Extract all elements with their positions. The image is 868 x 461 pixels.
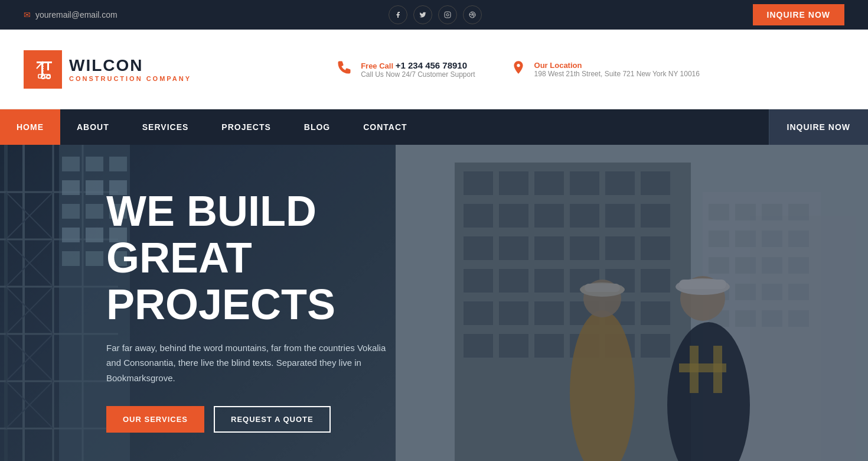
mail-icon: ✉ bbox=[24, 10, 31, 20]
inquire-btn-topbar[interactable]: INQUIRE NOW bbox=[753, 4, 844, 25]
services-button[interactable]: OUR SERVICES bbox=[106, 406, 204, 433]
location-info: Our Location 198 West 21th Street, Suite… bbox=[511, 60, 700, 79]
location-icon bbox=[511, 60, 526, 79]
nav-inquire-btn[interactable]: INQUIRE NOW bbox=[769, 109, 868, 145]
email-text: youremail@email.com bbox=[35, 10, 118, 20]
nav-item-projects[interactable]: PROJECTS bbox=[205, 109, 287, 145]
hero-section: WE BUILD GREAT PROJECTS Far far away, be… bbox=[0, 145, 868, 461]
header: WILCON CONSTRUCTION COMPANY Free Call +1… bbox=[0, 30, 868, 109]
company-name: WILCON bbox=[69, 56, 191, 75]
nav-item-services[interactable]: SERVICES bbox=[126, 109, 205, 145]
svg-rect-32 bbox=[62, 157, 80, 171]
location-address: 198 West 21th Street, Suite 721 New York… bbox=[534, 70, 700, 78]
social-icons-group bbox=[389, 5, 482, 24]
nav-item-about[interactable]: ABOUT bbox=[60, 109, 126, 145]
svg-rect-0 bbox=[445, 12, 451, 18]
location-text: Our Location 198 West 21th Street, Suite… bbox=[534, 61, 700, 78]
phone-icon bbox=[336, 59, 353, 79]
nav-item-contact[interactable]: CONTACT bbox=[347, 109, 423, 145]
hero-headline: WE BUILD GREAT PROJECTS bbox=[106, 188, 413, 329]
svg-rect-34 bbox=[109, 157, 127, 171]
logo-text: WILCON CONSTRUCTION COMPANY bbox=[69, 56, 191, 82]
logo-area[interactable]: WILCON CONSTRUCTION COMPANY bbox=[24, 50, 191, 89]
hero-buttons: OUR SERVICES REQUEST A QUOTE bbox=[106, 406, 413, 433]
phone-info: Free Call +1 234 456 78910 Call Us Now 2… bbox=[336, 59, 475, 79]
instagram-icon[interactable] bbox=[438, 5, 457, 24]
twitter-icon[interactable] bbox=[413, 5, 432, 24]
nav-items: HOME ABOUT SERVICES PROJECTS BLOG CONTAC… bbox=[0, 109, 769, 145]
nav-item-blog[interactable]: BLOG bbox=[288, 109, 347, 145]
company-sub: CONSTRUCTION COMPANY bbox=[69, 75, 191, 82]
main-nav: HOME ABOUT SERVICES PROJECTS BLOG CONTAC… bbox=[0, 109, 868, 145]
hero-description: Far far away, behind the word mountains,… bbox=[106, 340, 402, 386]
location-label: Our Location bbox=[534, 61, 700, 70]
email-area: ✉ youremail@email.com bbox=[24, 10, 118, 20]
phone-text: Free Call +1 234 456 78910 Call Us Now 2… bbox=[361, 60, 475, 79]
nav-item-home[interactable]: HOME bbox=[0, 109, 60, 145]
hero-line1: WE BUILD bbox=[106, 188, 413, 235]
svg-rect-4 bbox=[37, 61, 52, 63]
dribbble-icon[interactable] bbox=[463, 5, 482, 24]
hero-line2: GREAT PROJECTS bbox=[106, 235, 413, 328]
header-info: Free Call +1 234 456 78910 Call Us Now 2… bbox=[191, 59, 844, 79]
phone-label: Free Call +1 234 456 78910 bbox=[361, 60, 475, 70]
logo-icon bbox=[24, 50, 62, 89]
top-bar: ✉ youremail@email.com INQUIRE NOW bbox=[0, 0, 868, 30]
svg-rect-5 bbox=[47, 63, 49, 70]
facebook-icon[interactable] bbox=[389, 5, 407, 24]
phone-sublabel: Call Us Now 24/7 Customer Support bbox=[361, 70, 475, 79]
hero-content: WE BUILD GREAT PROJECTS Far far away, be… bbox=[0, 188, 413, 433]
quote-button[interactable]: REQUEST A QUOTE bbox=[214, 406, 331, 433]
svg-rect-33 bbox=[86, 157, 103, 171]
